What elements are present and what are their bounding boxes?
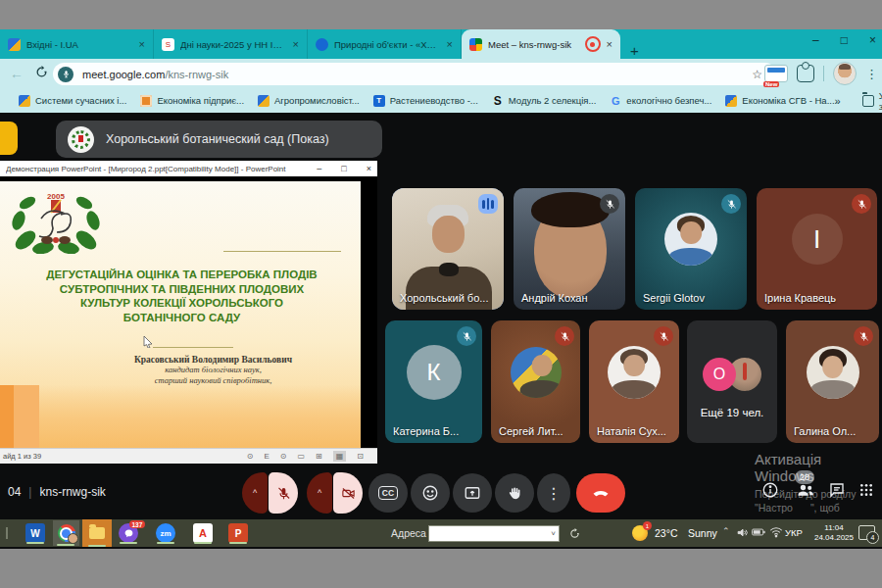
all-bookmarks-button[interactable]: Усі закладки — [862, 90, 882, 112]
tab-close-icon[interactable]: × — [607, 38, 612, 50]
clock-time: 11:04 — [824, 523, 843, 532]
meeting-info: 04 | kns-rnwg-sik — [8, 485, 106, 499]
slideshow-icon[interactable]: ⊡ — [357, 452, 364, 461]
mic-options-chevron[interactable]: ^ — [242, 472, 268, 514]
notes-icon[interactable]: E — [264, 452, 269, 461]
meeting-info-divider: | — [28, 485, 31, 499]
bookmarks-overflow-icon[interactable]: » — [835, 95, 841, 107]
window-minimize-button[interactable]: – — [812, 33, 819, 47]
next-slide-icon[interactable]: ⊙ — [280, 452, 287, 461]
participant-avatar — [807, 346, 859, 399]
end-call-button[interactable] — [576, 473, 625, 513]
bookmark-item[interactable]: Економіка СГВ - На... — [725, 95, 834, 107]
bookmark-item[interactable]: Агропромисловіст... — [258, 95, 360, 107]
powerpoint-window-controls: – □ × — [317, 161, 371, 176]
prev-slide-icon[interactable]: ⊙ — [247, 452, 254, 461]
tab-meet-active[interactable]: Meet – kns-rnwg-sik × — [462, 29, 620, 59]
taskbar-word-icon[interactable]: W — [24, 522, 46, 544]
participant-tile[interactable]: К Катерина Б... — [385, 320, 482, 443]
taskbar-powerpoint-icon[interactable]: P — [227, 522, 249, 544]
window-maximize-button[interactable]: □ — [841, 33, 848, 47]
participant-tile[interactable]: Андрій Кохан — [514, 188, 625, 310]
tab-close-icon[interactable]: × — [293, 38, 299, 50]
chevron-down-icon[interactable]: ˅ — [551, 529, 556, 538]
profile-avatar[interactable] — [833, 62, 857, 85]
cc-icon: CC — [378, 486, 398, 500]
weather-condition[interactable]: Sunny — [688, 527, 717, 539]
extensions-puzzle-icon[interactable] — [797, 65, 814, 82]
taskbar-explorer-icon[interactable] — [82, 519, 112, 547]
participant-name: Хорольський бо... — [400, 292, 488, 304]
participant-tile[interactable]: Хорольський бо... — [392, 188, 504, 310]
camera-off-button[interactable] — [333, 472, 363, 514]
meet-page: Хорольський ботанический сад (Показ) Дем… — [0, 113, 882, 549]
participant-tile[interactable]: Сергей Лит... — [491, 320, 580, 443]
raise-hand-button[interactable] — [495, 473, 534, 513]
camera-options-chevron[interactable]: ^ — [307, 472, 332, 514]
extension-new-icon[interactable]: New — [764, 65, 788, 82]
meeting-code: kns-rnwg-sik — [39, 485, 105, 499]
viber-badge: 137 — [129, 520, 145, 528]
reactions-button[interactable] — [411, 473, 450, 513]
reading-view-icon[interactable]: ▦ — [333, 451, 347, 462]
mic-off-icon — [852, 194, 871, 214]
mic-off-button[interactable] — [269, 472, 298, 514]
window-close-button[interactable]: × — [869, 33, 876, 47]
notification-center-icon[interactable]: 4 — [858, 525, 875, 540]
ppt-close-button[interactable]: × — [367, 164, 371, 173]
ppt-minimize-button[interactable]: – — [317, 164, 321, 173]
volume-icon[interactable] — [736, 526, 749, 539]
ppt-maximize-button[interactable]: □ — [341, 164, 346, 173]
presentation-title: Хорольський ботанический сад (Показ) — [106, 132, 329, 146]
toolbar-right-cluster: New ⋮ — [764, 62, 878, 85]
battery-icon[interactable] — [752, 526, 765, 538]
captions-button[interactable]: CC — [368, 473, 408, 513]
taskbar-chrome-icon[interactable] — [53, 520, 79, 546]
weather-icon[interactable]: 1 — [632, 525, 648, 541]
more-options-button[interactable]: ⋮ — [537, 473, 570, 513]
chrome-glyph — [58, 524, 75, 542]
bookmark-item[interactable]: Gекологічно безпеч... — [610, 95, 711, 107]
url-omnibox[interactable]: meet.google.com/kns-rnwg-sik ☆ — [53, 63, 776, 85]
reload-icon[interactable] — [35, 65, 48, 82]
taskbar-zoom-icon[interactable]: zm — [155, 522, 176, 544]
wifi-icon[interactable] — [769, 526, 783, 538]
address-toolbar-input[interactable]: ˅ — [428, 525, 560, 542]
mic-permission-icon[interactable] — [58, 67, 74, 82]
mic-control-group: ^ — [242, 472, 298, 514]
edge-notification-stub[interactable] — [0, 122, 18, 155]
tab-close-icon[interactable]: × — [139, 38, 145, 50]
bookmark-star-icon[interactable]: ☆ — [752, 68, 762, 81]
taskbar-clock[interactable]: 11:04 24.04.2025 — [811, 523, 857, 544]
participant-tile[interactable]: І Ірина Кравець — [757, 188, 877, 310]
present-screen-button[interactable] — [453, 473, 492, 513]
tab-close-icon[interactable]: × — [447, 38, 453, 50]
tab-nature-objects[interactable]: Природні об'єкти - «Хорольс × — [308, 29, 462, 59]
new-tab-button[interactable]: + — [630, 42, 639, 59]
participant-tile[interactable]: Sergii Glotov — [635, 188, 747, 310]
normal-view-icon[interactable]: ▭ — [297, 452, 305, 461]
toolbar-divider — [823, 66, 824, 81]
more-participants-label: Ещё 19 чел. — [687, 407, 777, 418]
bookmark-item[interactable]: TРастениеводство -... — [373, 95, 478, 107]
powerpoint-titlebar: Демонстрация PowerPoint - [Миргород 2.pp… — [0, 161, 377, 176]
language-indicator[interactable]: УКР — [785, 527, 803, 538]
tab-science-days[interactable]: S Дні науки-2025 у НН ІПАН »Іu × — [154, 29, 308, 59]
taskbar-acrobat-icon[interactable]: A — [192, 522, 214, 544]
slide-sorter-icon[interactable]: ⊞ — [316, 452, 322, 461]
participant-avatar — [511, 347, 562, 398]
bookmark-label: Економіка підприє... — [157, 95, 244, 106]
weather-temp[interactable]: 23°C — [655, 527, 677, 539]
address-go-icon[interactable] — [566, 525, 582, 541]
back-icon[interactable]: ← — [10, 66, 24, 81]
powerpoint-glyph: P — [228, 523, 248, 543]
bookmark-item[interactable]: Економіка підприє... — [140, 95, 244, 107]
participant-tile[interactable]: Галина Ол... — [786, 320, 879, 443]
participant-tile[interactable]: Наталія Сух... — [589, 320, 679, 443]
browser-menu-icon[interactable]: ⋮ — [865, 67, 878, 81]
tray-chevron-icon[interactable]: ⌃ — [722, 526, 730, 536]
bookmark-item[interactable]: Системи сучасних і... — [19, 95, 126, 107]
tab-inbox[interactable]: Вхідні - I.UA × — [0, 29, 154, 59]
bookmark-item[interactable]: SМодуль 2 селекція... — [492, 95, 597, 107]
more-participants-tile[interactable]: О Ещё 19 чел. — [687, 320, 777, 443]
